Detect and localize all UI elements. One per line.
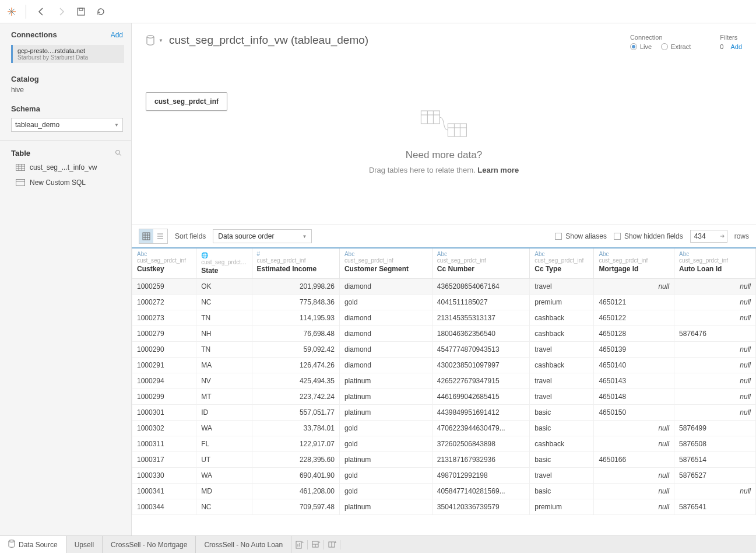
table-cell[interactable]: 4041511185027 [432,295,529,310]
table-cell[interactable]: null [594,468,674,484]
table-cell[interactable]: MA [196,358,252,373]
relationship-canvas[interactable]: cust_seg_prdct_inf Need more data? Drag … [132,50,756,225]
table-cell[interactable]: 5876541 [674,499,756,515]
table-cell[interactable]: 76,698.48 [252,326,339,342]
table-cell[interactable]: null [594,484,674,499]
column-header[interactable]: Abccust_seg_prdct_infCustkey [132,249,196,279]
table-row[interactable]: 1000344NC709,597.48platinum3504120336739… [132,499,756,515]
table-cell[interactable]: 4987012992198 [432,468,529,484]
new-story-button[interactable]: + [324,540,340,550]
table-cell[interactable]: 1000290 [132,342,196,358]
datasource-icon[interactable] [146,35,155,46]
refresh-button[interactable] [94,5,108,19]
table-cell[interactable]: 4650148 [594,389,674,405]
schema-select[interactable]: tableau_demo ▼ [11,118,123,132]
table-cell[interactable]: null [674,373,756,389]
table-cell[interactable]: null [674,279,756,295]
table-cell[interactable]: cashback [530,358,594,373]
add-connection-link[interactable]: Add [111,31,123,39]
table-cell[interactable]: null [674,405,756,421]
table-cell[interactable]: 4650122 [594,310,674,326]
table-cell[interactable]: 4650140 [594,358,674,373]
table-row[interactable]: 1000259OK201,998.26diamond43652086540671… [132,279,756,295]
datasource-title[interactable]: cust_seg_prdct_info_vw (tableau_demo) [169,34,368,47]
table-cell[interactable]: platinum [339,389,432,405]
table-cell[interactable]: travel [530,468,594,484]
table-cell[interactable]: 1000294 [132,373,196,389]
table-cell[interactable]: travel [530,373,594,389]
forward-button[interactable] [54,5,68,19]
table-cell[interactable]: basic [530,452,594,468]
table-cell[interactable]: 425,494.35 [252,373,339,389]
table-cell[interactable]: 4300238501097997 [432,358,529,373]
table-cell[interactable]: 690,401.90 [252,468,339,484]
rows-input[interactable]: 434➜ [690,230,727,243]
table-cell[interactable]: 213187167932936 [432,452,529,468]
table-cell[interactable]: WA [196,468,252,484]
table-cell[interactable]: 372602506843898 [432,436,529,452]
table-cell[interactable]: 1000344 [132,499,196,515]
extract-radio[interactable]: Extract [661,43,691,50]
table-cell[interactable]: premium [530,295,594,310]
table-cell[interactable]: 1000330 [132,468,196,484]
column-header[interactable]: Abccust_seg_prdct_infCustomer Segment [339,249,432,279]
table-cell[interactable]: 775,848.36 [252,295,339,310]
table-cell[interactable]: basic [530,405,594,421]
column-header[interactable]: 🌐cust_seg_prdct_...State [196,249,252,279]
table-cell[interactable]: 4650121 [594,295,674,310]
table-cell[interactable]: null [674,295,756,310]
table-cell[interactable]: 33,784.01 [252,421,339,436]
table-row[interactable]: 1000299MT223,742.24platinum4461699042685… [132,389,756,405]
table-cell[interactable]: diamond [339,358,432,373]
show-aliases-checkbox[interactable]: Show aliases [555,232,607,240]
table-cell[interactable]: travel [530,342,594,358]
table-cell[interactable]: cashback [530,436,594,452]
table-cell[interactable]: 213145355313137 [432,310,529,326]
table-cell[interactable]: WA [196,421,252,436]
tab-datasource[interactable]: Data Source [0,536,66,553]
list-view-toggle[interactable] [153,229,167,243]
tab-upsell[interactable]: Upsell [66,536,103,553]
tab-crosssell-mortgage[interactable]: CrossSell - No Mortgage [103,536,196,553]
table-cell[interactable]: 223,742.24 [252,389,339,405]
column-header[interactable]: Abccust_seg_prdct_infCc Number [432,249,529,279]
sidebar-table-item[interactable]: cust_seg_...t_info_vw [0,160,131,175]
table-cell[interactable]: 4265227679347915 [432,373,529,389]
table-row[interactable]: 1000341MD461,208.00gold4058477140281569.… [132,484,756,499]
new-custom-sql[interactable]: New Custom SQL [0,175,131,190]
table-cell[interactable]: 5876527 [674,468,756,484]
table-cell[interactable]: 1000341 [132,484,196,499]
table-cell[interactable]: 1000302 [132,421,196,436]
table-row[interactable]: 1000291MA126,474.26diamond43002385010979… [132,358,756,373]
table-cell[interactable]: MT [196,389,252,405]
table-row[interactable]: 1000273TN114,195.93diamond21314535531313… [132,310,756,326]
table-cell[interactable]: 1000291 [132,358,196,373]
new-dashboard-button[interactable]: + [308,540,324,550]
table-cell[interactable]: MD [196,484,252,499]
table-row[interactable]: 1000272NC775,848.36gold4041511185027prem… [132,295,756,310]
table-cell[interactable]: 4439849951691412 [432,405,529,421]
table-cell[interactable]: gold [339,436,432,452]
table-cell[interactable]: NC [196,499,252,515]
table-cell[interactable]: NV [196,373,252,389]
table-cell[interactable]: 1000259 [132,279,196,295]
tab-crosssell-autoloan[interactable]: CrossSell - No Auto Loan [196,536,291,553]
table-cell[interactable]: 3504120336739579 [432,499,529,515]
table-cell[interactable]: NC [196,295,252,310]
learn-more-link[interactable]: Learn more [477,166,519,174]
table-cell[interactable]: null [594,436,674,452]
search-icon[interactable] [115,149,123,158]
save-button[interactable] [74,5,88,19]
table-row[interactable]: 1000301ID557,051.77platinum4439849951691… [132,405,756,421]
table-cell[interactable]: 201,998.26 [252,279,339,295]
live-radio[interactable]: Live [630,43,652,50]
table-cell[interactable]: 5876476 [674,326,756,342]
table-cell[interactable]: 709,597.48 [252,499,339,515]
table-cell[interactable]: 5876514 [674,452,756,468]
table-cell[interactable]: 5876499 [674,421,756,436]
table-cell[interactable]: 5876508 [674,436,756,452]
table-cell[interactable]: diamond [339,310,432,326]
column-header[interactable]: Abccust_seg_prdct_infMortgage Id [594,249,674,279]
table-cell[interactable]: gold [339,468,432,484]
table-cell[interactable]: null [594,421,674,436]
